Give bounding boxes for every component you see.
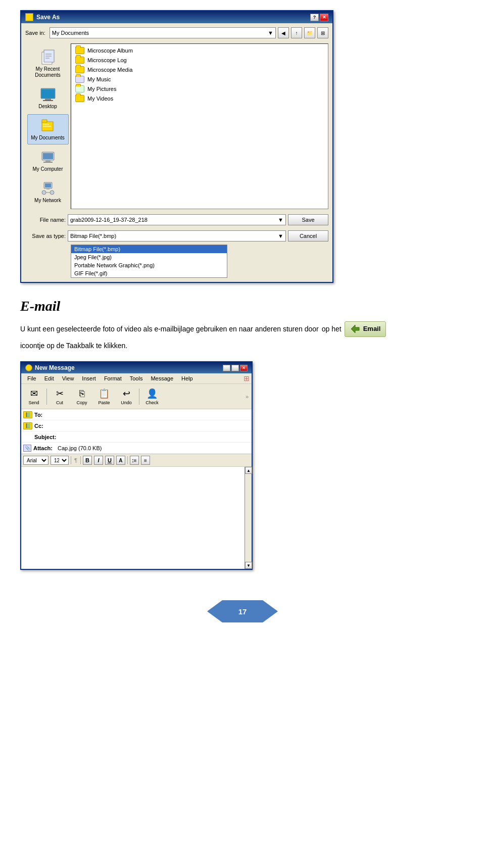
- sidebar-item-network[interactable]: My Network: [27, 177, 69, 207]
- copy-tool-button[interactable]: ⎘ Copy: [72, 386, 91, 407]
- svg-rect-16: [43, 162, 53, 163]
- file-item-microscope-media[interactable]: Microscope Media: [73, 65, 326, 74]
- check-tool-button[interactable]: 👤 Check: [142, 386, 162, 407]
- toolbar-more: »: [246, 394, 249, 400]
- format-separator-3: [127, 456, 128, 464]
- file-item-label: Microscope Album: [87, 47, 133, 54]
- file-item-label: Microscope Log: [87, 57, 127, 63]
- msg-body-textarea[interactable]: [21, 467, 245, 568]
- font-color-button[interactable]: A: [116, 456, 125, 465]
- sidebar-item-recent[interactable]: My RecentDocuments: [27, 45, 69, 82]
- msg-menu-help[interactable]: Help: [177, 374, 197, 382]
- font-family-dropdown[interactable]: Arial: [23, 456, 48, 465]
- msg-minimize-button[interactable]: ─: [223, 365, 230, 371]
- sidebar-item-desktop-label: Desktop: [38, 104, 57, 110]
- file-item-label: My Pictures: [87, 86, 116, 92]
- to-input[interactable]: [59, 410, 250, 419]
- cc-input[interactable]: [59, 421, 250, 430]
- to-field-row: 📗 To:: [21, 409, 252, 420]
- save-in-dropdown[interactable]: My Documents ▼: [50, 27, 276, 38]
- underline-button[interactable]: U: [105, 456, 114, 465]
- attach-field-row: 📎 Attach: Cap.jpg (70.0 KB): [21, 443, 252, 454]
- sidebar-item-desktop[interactable]: Desktop: [27, 83, 69, 113]
- undo-tool-button[interactable]: ↩ Undo: [117, 386, 136, 407]
- cc-icon: 📗: [23, 422, 32, 429]
- email-text-before: U kunt een geselecteerde foto of video a…: [20, 323, 319, 334]
- filename-label: File name:: [25, 217, 66, 223]
- msg-maximize-button[interactable]: □: [231, 365, 239, 371]
- dropdown-option-png[interactable]: Portable Network Graphic(*.png): [71, 261, 227, 269]
- attach-value: Cap.jpg (70.0 KB): [58, 445, 102, 451]
- file-item-my-pictures[interactable]: My Pictures: [73, 84, 326, 93]
- bold-button[interactable]: B: [83, 456, 92, 465]
- back-button[interactable]: ◀: [278, 27, 289, 38]
- format-bar: Arial 12 ¶ B I U A :≡ ≡: [21, 454, 252, 467]
- dialog-help-button[interactable]: ?: [310, 14, 319, 21]
- svg-point-21: [50, 190, 54, 195]
- file-item-my-music[interactable]: My Music: [73, 75, 326, 84]
- msg-menu-tools[interactable]: Tools: [126, 374, 147, 382]
- toolbar-separator-2: [139, 389, 139, 405]
- msg-menu-insert[interactable]: Insert: [78, 374, 100, 382]
- view-button[interactable]: ⊞: [317, 27, 328, 38]
- save-in-value: My Documents: [52, 30, 89, 36]
- my-network-icon: [40, 180, 56, 197]
- dropdown-option-gif[interactable]: GIF File(*.gif): [71, 269, 227, 277]
- page-number: 17: [222, 600, 263, 622]
- svg-marker-23: [351, 325, 359, 333]
- save-button[interactable]: Save: [288, 214, 328, 225]
- paste-icon: 📋: [97, 388, 111, 400]
- file-item-my-videos[interactable]: My Videos: [73, 94, 326, 103]
- page-number-container: 17: [207, 600, 278, 622]
- copy-tool-label: Copy: [76, 400, 87, 405]
- email-button-image: Email: [345, 321, 386, 337]
- check-icon: 👤: [145, 388, 159, 400]
- sidebar-item-computer[interactable]: My Computer: [27, 146, 69, 176]
- format-separator-2: [80, 456, 81, 464]
- indent-button[interactable]: ≡: [141, 456, 150, 465]
- cut-tool-button[interactable]: ✂ Cut: [50, 386, 69, 407]
- email-arrow-icon: [350, 324, 360, 334]
- new-folder-button[interactable]: 📁: [304, 27, 315, 38]
- msg-menu-view[interactable]: View: [58, 374, 78, 382]
- filetype-label: Save as type:: [25, 233, 66, 239]
- list-button[interactable]: :≡: [130, 456, 139, 465]
- dropdown-option-jpg[interactable]: Jpeg File(*.jpg): [71, 253, 227, 261]
- subject-input[interactable]: [59, 432, 250, 442]
- sidebar-item-recent-label: My RecentDocuments: [35, 66, 61, 78]
- font-size-dropdown[interactable]: 12: [51, 456, 69, 465]
- up-button[interactable]: ↑: [291, 27, 302, 38]
- scroll-track[interactable]: [245, 474, 252, 562]
- email-button-label: Email: [363, 324, 381, 334]
- dialog-body: Save in: My Documents ▼ ◀ ↑ 📁 ⊞: [21, 23, 332, 282]
- scroll-up-button[interactable]: ▲: [245, 467, 252, 474]
- scroll-down-button[interactable]: ▼: [245, 562, 252, 569]
- attach-icon: 📎: [23, 445, 31, 452]
- msg-menu-edit[interactable]: Edit: [40, 374, 58, 382]
- send-icon: ✉: [27, 388, 41, 400]
- msg-fields: 📗 To: 📗 Cc: Subject: 📎 Attach: Cap.jpg (…: [21, 409, 252, 454]
- filetype-input[interactable]: Bitmap File(*.bmp) ▼: [68, 230, 286, 242]
- file-item-microscope-album[interactable]: Microscope Album: [73, 46, 326, 55]
- dialog-sidebar: My RecentDocuments Desktop: [25, 43, 71, 209]
- msg-menu-format[interactable]: Format: [100, 374, 126, 382]
- new-message-dialog-wrapper: New Message ─ □ ✕ File Edit View Insert …: [20, 361, 465, 570]
- msg-close-button[interactable]: ✕: [240, 365, 248, 371]
- svg-rect-19: [46, 188, 50, 189]
- msg-menu-file[interactable]: File: [23, 374, 40, 382]
- paste-tool-button[interactable]: 📋 Paste: [94, 386, 114, 407]
- italic-button[interactable]: I: [94, 456, 103, 465]
- dialog-title: Save As: [36, 14, 60, 21]
- dropdown-option-bmp[interactable]: Bitmap File(*.bmp): [71, 245, 227, 253]
- msg-toolbar: ✉ Send ✂ Cut ⎘ Copy 📋 Paste ↩ Undo: [21, 384, 252, 409]
- svg-rect-6: [41, 88, 55, 89]
- sidebar-item-documents[interactable]: My Documents: [27, 114, 69, 144]
- dialog-close-button[interactable]: ✕: [320, 14, 328, 21]
- undo-tool-label: Undo: [121, 400, 132, 405]
- filename-input[interactable]: grab2009-12-16_19-37-28_218 ▼: [68, 214, 286, 225]
- cancel-button[interactable]: Cancel: [288, 230, 328, 242]
- msg-menu-message[interactable]: Message: [147, 374, 177, 382]
- file-item-microscope-log[interactable]: Microscope Log: [73, 56, 326, 65]
- svg-rect-5: [41, 88, 55, 99]
- send-tool-button[interactable]: ✉ Send: [24, 386, 43, 407]
